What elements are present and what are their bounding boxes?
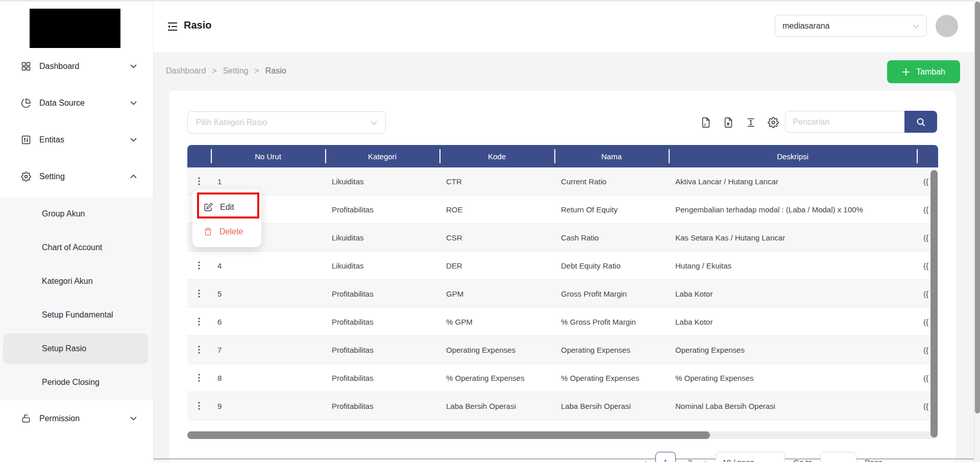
top-header: Rasio mediasarana bbox=[153, 0, 980, 53]
cell-deskripsi: Laba Kotor bbox=[669, 289, 917, 298]
page-jumper-input[interactable] bbox=[820, 452, 856, 462]
horizontal-scrollbar-thumb[interactable] bbox=[187, 431, 710, 439]
sidebar-item-setup-fundamental[interactable]: Setup Fundamental bbox=[0, 298, 153, 332]
sidebar-item-chart-of-account[interactable]: Chart of Account bbox=[0, 231, 153, 264]
prev-page-icon[interactable]: ‹ bbox=[644, 452, 647, 462]
breadcrumb-separator: > bbox=[254, 66, 259, 76]
horizontal-scrollbar-track[interactable] bbox=[187, 431, 938, 439]
table-row: 9ProfitabilitasLaba Bersih OperasiLaba B… bbox=[187, 392, 938, 420]
window-scrollbar-track[interactable] bbox=[974, 0, 980, 462]
row-context-menu: Edit Delete bbox=[192, 189, 261, 247]
sidebar: Dashboard Data Source Entitas bbox=[0, 0, 154, 462]
company-select-value: mediasarana bbox=[782, 21, 830, 31]
search-group bbox=[785, 111, 937, 133]
table-settings-icon[interactable] bbox=[767, 116, 779, 129]
page-title: Rasio bbox=[184, 19, 211, 31]
sidebar-item-label: Data Source bbox=[39, 99, 85, 108]
page-button-current[interactable]: 1 bbox=[655, 452, 676, 462]
header-deskripsi: Deskripsi bbox=[669, 152, 917, 161]
main-content: Dashboard > Setting > Rasio Tambah Pilih… bbox=[153, 53, 980, 462]
table-vertical-scrollbar[interactable] bbox=[930, 170, 938, 437]
header-no-urut: No Urut bbox=[211, 152, 325, 161]
sidebar-item-group-akun[interactable]: Group Akun bbox=[0, 197, 153, 231]
plus-icon bbox=[902, 68, 910, 76]
company-select[interactable]: mediasarana bbox=[775, 15, 927, 37]
chevron-down-icon bbox=[371, 118, 377, 127]
sidebar-item-setting[interactable]: Setting bbox=[0, 164, 153, 189]
export-pdf-icon[interactable]: p bbox=[700, 116, 712, 129]
cell-kode: DER bbox=[439, 261, 554, 270]
row-actions-kebab-icon[interactable] bbox=[187, 401, 211, 410]
cell-kode: Laba Bersih Operasi bbox=[439, 402, 554, 410]
cell-kode: Operating Expenses bbox=[439, 346, 554, 354]
cell-kode: ROE bbox=[439, 205, 554, 214]
search-input[interactable] bbox=[785, 111, 904, 133]
context-menu-delete-label: Delete bbox=[219, 227, 243, 236]
sidebar-item-dashboard[interactable]: Dashboard bbox=[0, 54, 153, 79]
trash-icon bbox=[204, 227, 212, 236]
cell-kategori: Likuiditas bbox=[325, 261, 439, 270]
chevron-up-icon bbox=[130, 175, 137, 179]
avatar[interactable] bbox=[936, 15, 958, 37]
grid-icon bbox=[20, 61, 32, 72]
page-size-select[interactable]: 10 / page bbox=[716, 452, 785, 462]
table-row: 1LikuiditasCTRCurrent RatioAktiva Lancar… bbox=[187, 167, 938, 196]
table-toolbar: p bbox=[700, 116, 779, 129]
sidebar-item-setup-rasio[interactable]: Setup Rasio bbox=[0, 332, 153, 366]
sidebar-item-kategori-akun[interactable]: Kategori Akun bbox=[0, 264, 153, 298]
page-button[interactable]: 2 bbox=[684, 458, 696, 462]
page-jumper-suffix: Page bbox=[865, 458, 883, 462]
cell-nama: % Gross Profit Margin bbox=[554, 318, 669, 326]
page-jumper-prefix: Go to bbox=[793, 458, 812, 462]
header-nama: Nama bbox=[554, 152, 669, 161]
cell-nama: % Operating Expenses bbox=[554, 374, 669, 382]
row-actions-kebab-icon[interactable] bbox=[187, 317, 211, 326]
app-window: Dashboard Data Source Entitas bbox=[0, 0, 980, 462]
sidebar-item-entitas[interactable]: Entitas bbox=[0, 128, 153, 152]
cell-deskripsi: Operating Expenses bbox=[669, 346, 917, 354]
kategori-rasio-select[interactable]: Pilih Kategori Rasio bbox=[187, 111, 386, 134]
next-page-icon[interactable]: › bbox=[704, 452, 708, 462]
sliders-icon bbox=[20, 134, 32, 145]
cell-no-urut: 8 bbox=[211, 374, 325, 382]
cell-deskripsi: Pengembalian terhadap modal : (Laba / Mo… bbox=[669, 205, 917, 214]
export-excel-icon[interactable] bbox=[722, 116, 734, 129]
sidebar-item-label: Entitas bbox=[39, 135, 64, 144]
gear-icon bbox=[20, 171, 32, 182]
context-menu-delete[interactable]: Delete bbox=[192, 220, 261, 244]
cell-kategori: Likuiditas bbox=[325, 233, 439, 242]
sidebar-item-permission[interactable]: Permission bbox=[0, 406, 153, 431]
cell-deskripsi: Hutang / Ekuitas bbox=[669, 261, 917, 270]
table-row: 6Profitabilitas% GPM% Gross Profit Margi… bbox=[187, 308, 938, 336]
row-actions-kebab-icon[interactable] bbox=[187, 261, 211, 270]
search-button[interactable] bbox=[904, 111, 937, 133]
sidebar-item-data-source[interactable]: Data Source bbox=[0, 91, 153, 115]
table-body: 1LikuiditasCTRCurrent RatioAktiva Lancar… bbox=[187, 167, 938, 420]
row-actions-kebab-icon[interactable] bbox=[187, 373, 211, 382]
row-actions-kebab-icon[interactable] bbox=[187, 345, 211, 354]
row-actions-kebab-icon[interactable] bbox=[187, 177, 211, 186]
breadcrumb-item[interactable]: Setting bbox=[223, 66, 249, 76]
cell-nama: Operating Expenses bbox=[554, 346, 669, 354]
cell-deskripsi: Laba Kotor bbox=[669, 318, 917, 326]
table-row: 7ProfitabilitasOperating ExpensesOperati… bbox=[187, 336, 938, 364]
cell-no-urut: 7 bbox=[211, 346, 325, 354]
cell-deskripsi: Nominal Laba Bersih Operasi bbox=[669, 402, 917, 410]
context-menu-edit[interactable]: Edit bbox=[192, 194, 261, 220]
sidebar-item-periode-closing[interactable]: Periode Closing bbox=[0, 366, 153, 399]
sidebar-item-label: Dashboard bbox=[39, 62, 79, 71]
collapse-sidebar-icon[interactable] bbox=[166, 20, 180, 34]
header-kategori: Kategori bbox=[325, 152, 439, 161]
company-logo bbox=[30, 9, 120, 48]
breadcrumb-separator: > bbox=[212, 66, 216, 76]
cell-nama: Cash Ratio bbox=[554, 233, 669, 242]
text-height-icon[interactable] bbox=[745, 116, 757, 129]
add-button[interactable]: Tambah bbox=[887, 60, 960, 83]
row-actions-kebab-icon[interactable] bbox=[187, 289, 211, 298]
edit-icon bbox=[204, 203, 213, 212]
cell-kategori: Profitabilitas bbox=[325, 318, 439, 326]
table-row: 8Profitabilitas% Operating Expenses% Ope… bbox=[187, 364, 938, 392]
breadcrumb-item[interactable]: Dashboard bbox=[166, 66, 206, 76]
window-scrollbar-thumb[interactable] bbox=[975, 2, 980, 414]
table-row: 3LikuiditasCSRCash RatioKas Setara Kas /… bbox=[187, 224, 938, 252]
